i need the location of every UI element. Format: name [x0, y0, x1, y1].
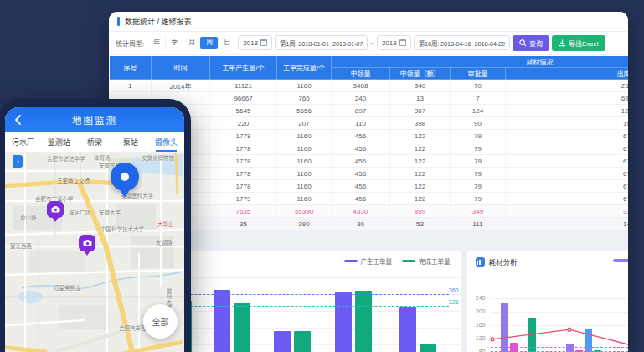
table-cell: 14	[506, 218, 629, 230]
table-cell: 859	[390, 205, 451, 218]
col-header: 时间	[152, 56, 210, 80]
table-cell: 1778	[210, 130, 277, 142]
phone-tab-污水厂[interactable]: 污水厂	[5, 132, 41, 152]
phone-tab-桥梁[interactable]: 桥梁	[77, 132, 113, 152]
period-option-年[interactable]: 年	[148, 37, 165, 49]
chart-title: 耗材分析	[489, 256, 518, 267]
phone-header: 地图监测	[5, 107, 184, 132]
query-button[interactable]: 查询	[513, 35, 549, 51]
reference-label: 323	[449, 299, 459, 305]
breadcrumb-text: 数据统计 / 维修报表	[125, 16, 192, 27]
phone-tabs: 污水厂监测站桥梁泵站摄像头	[5, 132, 184, 153]
legend-item: 完成工单量	[402, 256, 451, 266]
start-week-input[interactable]: 第1周: 2018-01-01~2018-01-07	[275, 35, 368, 50]
table-cell: 456	[332, 130, 390, 142]
table-cell: 124	[451, 105, 506, 117]
table-cell: 79	[451, 168, 506, 180]
period-option-季[interactable]: 季	[165, 37, 183, 49]
table-cell: 79	[451, 130, 506, 142]
bar-produced	[399, 307, 416, 352]
bar-completed	[294, 331, 311, 352]
export-excel-button[interactable]: 导出Excel	[552, 35, 605, 51]
phone-mockup: 地图监测 污水厂监测站桥梁泵站摄像头	[0, 99, 191, 352]
table-cell: 53	[390, 218, 451, 230]
table-cell: 2014年	[152, 80, 210, 92]
table-cell: 690	[506, 92, 629, 105]
legend-swatch	[402, 260, 415, 262]
start-year-select[interactable]: 2018	[238, 35, 272, 50]
breadcrumb: 数据统计 / 维修报表	[109, 12, 628, 32]
phone-title: 地图监测	[72, 113, 117, 127]
table-cell: 122	[390, 168, 451, 180]
table-cell: 207	[277, 117, 332, 130]
table-cell: 456	[332, 180, 390, 193]
table-cell: 33	[506, 205, 629, 218]
search-icon	[519, 39, 527, 47]
consumable-chart-panel: 耗材分析 2402001601208040	[467, 251, 629, 352]
table-cell: 220	[210, 117, 277, 130]
table-cell: 1160	[277, 180, 332, 193]
breadcrumb-accent	[117, 17, 120, 26]
phone-screen: 地图监测 污水厂监测站桥梁泵站摄像头	[5, 107, 184, 352]
map-view[interactable]: 合肥市琥珀中学体育场安徽农业大学安徽省博物馆五里墩立交桥合肥市宁溪小学翠苑广场安…	[5, 153, 184, 352]
camera-marker[interactable]	[79, 235, 95, 251]
period-segmented-control[interactable]: 年季月周日	[148, 37, 235, 49]
chart-legend: 产生工单量完成工单量	[344, 256, 451, 266]
table-cell: 13	[390, 92, 451, 105]
table-cell: 1778	[210, 168, 277, 180]
back-icon[interactable]	[13, 115, 23, 125]
phone-tab-监测站[interactable]: 监测站	[41, 132, 77, 152]
table-cell: 35	[210, 218, 277, 230]
end-year-select[interactable]: 2018	[377, 35, 411, 50]
period-option-日[interactable]: 日	[218, 37, 235, 49]
camera-icon	[83, 240, 92, 246]
legend-label: 完成工单量	[419, 256, 451, 266]
table-cell: 1160	[277, 193, 332, 205]
calendar-icon	[260, 39, 267, 46]
period-option-周[interactable]: 周	[200, 37, 218, 49]
table-cell: 1778	[210, 180, 277, 193]
table-cell: 4330	[332, 205, 390, 218]
phone-tab-摄像头[interactable]: 摄像头	[148, 132, 184, 152]
table-cell: 96667	[210, 92, 277, 105]
bar-produced	[214, 290, 230, 352]
table-cell: 456	[332, 155, 390, 168]
table-cell: 367	[390, 105, 451, 117]
export-button-label: 导出Excel	[569, 39, 599, 48]
bar-completed	[420, 344, 436, 352]
sub-col-header: 申领量	[332, 68, 390, 80]
selected-location-pin[interactable]	[111, 163, 139, 191]
camera-marker[interactable]	[47, 201, 64, 218]
table-cell: 110	[332, 117, 390, 130]
query-button-label: 查询	[529, 39, 543, 48]
table-row: 12014年111211160346834070250	[110, 80, 629, 92]
table-cell: 19	[506, 117, 629, 130]
legend-fragment	[613, 259, 628, 262]
chart-panel-header: 耗材分析	[467, 251, 629, 267]
bar-completed	[355, 291, 372, 352]
table-cell: 122	[390, 155, 451, 168]
table-cell: 67	[506, 142, 629, 155]
phone-tab-泵站[interactable]: 泵站	[112, 132, 148, 152]
table-cell: 67	[506, 193, 629, 205]
camera-icon	[51, 206, 60, 213]
end-week-input[interactable]: 第16周: 2018-04-16~2018-04-22	[414, 35, 510, 50]
bar-produced	[274, 331, 291, 352]
table-cell: 79	[451, 193, 506, 205]
table-row: 96667766240137690	[110, 92, 629, 105]
sub-col-header: 审批量	[451, 68, 506, 80]
filter-toolbar: 统计周期: 年季月周日 2018 第1周: 2018-01-01~2018-01…	[109, 32, 628, 55]
map-expand-button[interactable]: ›	[13, 155, 23, 168]
table-cell: 250	[506, 80, 629, 92]
reference-label: 360	[449, 287, 459, 293]
table-cell: 456	[332, 193, 390, 205]
table-cell: 7635	[210, 205, 277, 218]
table-cell: 70	[451, 80, 506, 92]
table-cell: 1160	[277, 80, 332, 92]
show-all-button[interactable]: 全部	[143, 304, 178, 339]
period-option-月[interactable]: 月	[183, 37, 200, 49]
group-header: 耗材情况	[332, 56, 629, 68]
table-cell: 67	[506, 168, 629, 180]
legend-label: 产生工单量	[361, 256, 393, 266]
col-header: 序号	[110, 56, 152, 80]
